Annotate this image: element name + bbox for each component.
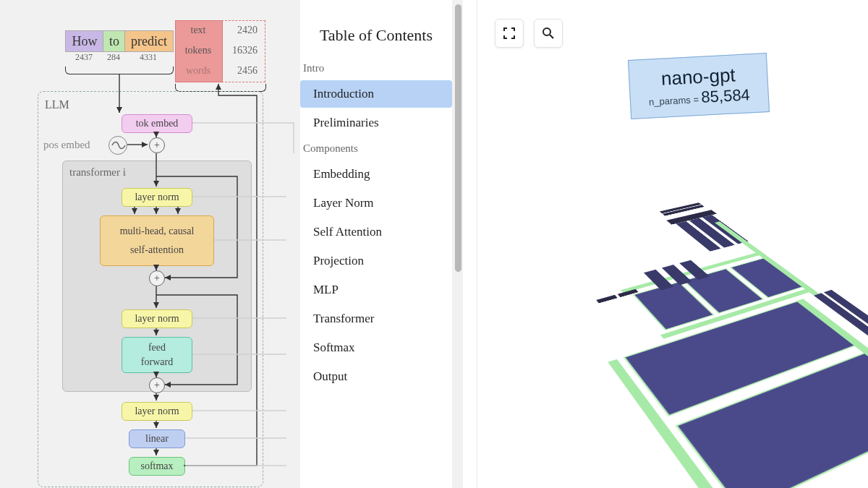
toc-item-introduction[interactable]: Introduction xyxy=(300,80,452,108)
visualization-pane[interactable]: nano-gpt n_params = 85,584 xyxy=(477,0,868,488)
toc-item-embedding[interactable]: Embedding xyxy=(300,160,452,188)
search-icon xyxy=(542,27,555,40)
diagram-pane: How to predict 2437 284 4331 text tokens… xyxy=(0,0,463,488)
toc-section-intro: Intro xyxy=(300,58,452,79)
scrollbar-thumb[interactable] xyxy=(455,4,461,272)
toc-section-components: Components xyxy=(300,138,452,159)
toc-item-mlp[interactable]: MLP xyxy=(300,276,452,304)
toc-item-preliminaries[interactable]: Preliminaries xyxy=(300,109,452,137)
model-card[interactable]: nano-gpt n_params = 85,584 xyxy=(628,53,770,119)
search-button[interactable] xyxy=(534,19,563,48)
model-3d-visualization[interactable] xyxy=(571,123,861,484)
svg-point-0 xyxy=(543,28,550,35)
toc-item-output[interactable]: Output xyxy=(300,363,452,390)
fullscreen-button[interactable] xyxy=(495,19,524,48)
toc-panel: Table of Contents Intro Introduction Pre… xyxy=(300,0,452,488)
toc-item-projection[interactable]: Projection xyxy=(300,247,452,275)
toc-title: Table of Contents xyxy=(300,14,452,58)
toc-item-self-attention[interactable]: Self Attention xyxy=(300,218,452,246)
fullscreen-icon xyxy=(503,27,516,40)
toc-item-transformer[interactable]: Transformer xyxy=(300,305,452,333)
toc-item-softmax[interactable]: Softmax xyxy=(300,334,452,361)
toc-item-layer-norm[interactable]: Layer Norm xyxy=(300,189,452,217)
